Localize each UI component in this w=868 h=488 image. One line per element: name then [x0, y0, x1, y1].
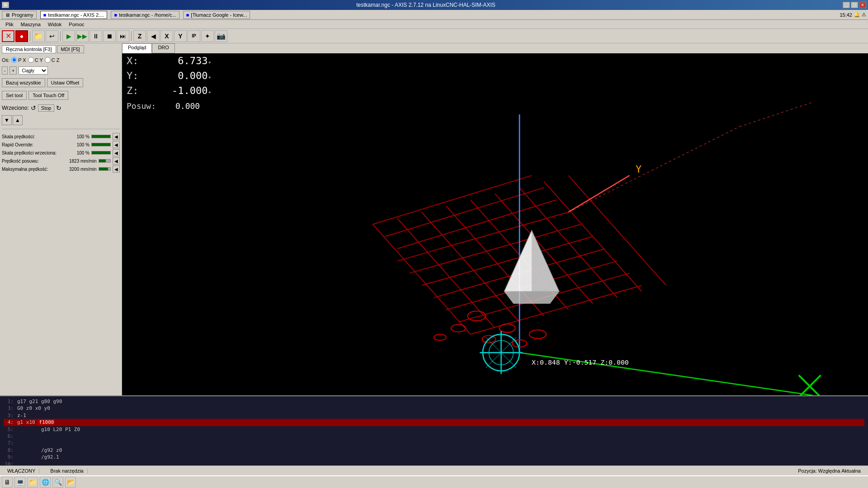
menu-widok[interactable]: Widok: [44, 21, 66, 28]
y-label-3d: Y: [636, 164, 642, 175]
viewport: Podgląd DRO X: 6.733✦ Y: 0.000✦ Z: -1.00…: [122, 43, 868, 395]
speed-row-1: Rapid Override: 100 % ◀: [2, 141, 120, 148]
dro-z-symbol: ✦: [208, 88, 212, 95]
taskbar-programy[interactable]: 🖥 Programy: [2, 11, 37, 19]
notification-icons: 🔔 ⚠: [854, 12, 866, 18]
open-file-btn[interactable]: 📁: [32, 30, 45, 42]
speed-bar-bg-4: [99, 167, 111, 171]
viewport-tabs: Podgląd DRO: [122, 43, 868, 53]
code-panel[interactable]: 1: g17 g21 g80 g90 3: G0 z0 x0 y0 3: z-1…: [0, 395, 868, 465]
power-btn[interactable]: ●: [15, 30, 28, 42]
axis-y-radio[interactable]: [28, 57, 34, 63]
speed-label-0: Skala prędkości:: [2, 134, 67, 139]
speed-btn-2[interactable]: ◀: [113, 149, 120, 156]
code-line-9: 10:: [4, 461, 864, 465]
dro-x-row: X: 6.733✦: [127, 53, 212, 68]
star-btn[interactable]: ✦: [201, 30, 214, 42]
axis-x-label: P X: [11, 57, 26, 63]
axis-z-radio[interactable]: [45, 57, 51, 63]
x-zero-btn[interactable]: X: [160, 30, 173, 42]
taskbar-icon-browser[interactable]: 🌐: [40, 477, 51, 488]
taskbar-translate[interactable]: ■ [Tłumacz Google - Icew...: [183, 11, 250, 19]
back-origin-btn[interactable]: ◀: [147, 30, 160, 42]
ustaw-offset-btn[interactable]: Ustaw Offset: [47, 78, 84, 87]
sep1: [30, 31, 30, 41]
coord-plus-btn[interactable]: +: [9, 66, 17, 75]
camera-btn[interactable]: 📷: [215, 30, 227, 42]
y-zero-btn[interactable]: Y: [174, 30, 187, 42]
menu-maszyna[interactable]: Maszyna: [17, 21, 44, 28]
dro-z-label: Z:: [127, 83, 154, 98]
step-btn[interactable]: ⏭: [117, 30, 129, 42]
menu-plik[interactable]: Plik: [2, 21, 17, 28]
spindle-stop-btn[interactable]: Stop: [38, 104, 55, 112]
spindle-down-btn[interactable]: ▼: [2, 115, 12, 125]
tool-touch-off-btn[interactable]: Tool Touch Off: [28, 91, 68, 100]
maximize-btn[interactable]: □: [851, 2, 858, 8]
bottom-taskbar: 🖥 💻 📁 🌐 🔍 📂: [0, 475, 868, 488]
taskbar-home[interactable]: ■ testkamar.ngc - /home/c...: [111, 11, 179, 19]
dro-x-value: 6.733✦: [157, 53, 212, 68]
taskbar-icon-folder[interactable]: 📁: [27, 477, 38, 488]
action-buttons: Bazuj wszystkie Ustaw Offset: [2, 78, 120, 87]
axis-x-radio[interactable]: [11, 57, 17, 63]
taskbar-icon-manager[interactable]: 📂: [65, 477, 76, 488]
dro-y-symbol: ✦: [208, 73, 212, 80]
dro-y-row: Y: 0.000✦: [127, 68, 212, 83]
coord-minus-btn[interactable]: -: [2, 66, 8, 75]
speed-btn-3[interactable]: ◀: [113, 157, 120, 164]
tab-manual-control[interactable]: Ręczna kontrola [F3]: [2, 45, 56, 53]
speed-btn-0[interactable]: ◀: [113, 133, 120, 140]
speed-value-4: 3200 mm/min: [69, 167, 97, 172]
taskbar-axis[interactable]: ■ testkamar.ngc - AXIS 2....: [40, 11, 108, 19]
tab-mdi[interactable]: MDI [F5]: [57, 45, 84, 53]
spindle-right-icon[interactable]: ↻: [56, 104, 61, 112]
spindle-up-btn[interactable]: ▲: [13, 115, 23, 125]
code-line-8: 9: /g92.1: [4, 454, 864, 460]
run-btn[interactable]: ▶: [62, 30, 75, 42]
title-bar: ⚙ testkamar.ngc - AXIS 2.7.12 na LinuxCN…: [0, 0, 868, 10]
vp-tab-dro[interactable]: DRO: [152, 43, 175, 53]
taskbar-icon-terminal[interactable]: 🖥: [2, 477, 13, 488]
taskbar-icon-search[interactable]: 🔍: [52, 477, 63, 488]
coord-mode-select[interactable]: Ciągły Krokowy: [19, 66, 48, 75]
speed-bar-bg-3: [99, 159, 111, 163]
dro-z-row: Z: -1.000✦: [127, 83, 212, 98]
speed-bar-bg-0: [91, 135, 111, 138]
cnc-viewport-svg[interactable]: Y X:0.848 Y:-0.517 Z:0.000: [122, 53, 868, 395]
taskbar-icon-files[interactable]: 💻: [14, 477, 25, 488]
taskbar-top: 🖥 Programy ■ testkamar.ngc - AXIS 2.... …: [0, 10, 868, 20]
dro-feed-row: Posuw: 0.000: [127, 100, 212, 112]
menu-pomoc[interactable]: Pomoc: [65, 21, 88, 28]
run-from-line-btn[interactable]: ▶▶: [76, 30, 89, 42]
machine-state: WŁĄCZONY: [4, 468, 39, 474]
speed-value-0: 100 %: [69, 134, 90, 139]
speed-row-0: Skala prędkości: 100 % ◀: [2, 133, 120, 140]
minimize-btn[interactable]: _: [843, 2, 850, 8]
bazuj-wszystkie-btn[interactable]: Bazuj wszystkie: [2, 78, 45, 87]
set-tool-btn[interactable]: Set tool: [2, 91, 27, 100]
close-btn[interactable]: ✕: [859, 2, 866, 8]
speed-label-4: Maksymalna prędkość:: [2, 167, 67, 172]
vp-tab-preview[interactable]: Podgląd: [122, 43, 152, 53]
speed-row-4: Maksymalna prędkość: 3200 mm/min ◀: [2, 165, 120, 173]
z-touch-btn[interactable]: Z: [133, 30, 146, 42]
speed-btn-4[interactable]: ◀: [113, 165, 120, 173]
estop-btn[interactable]: ✕: [2, 30, 14, 42]
code-line-0: 1: g17 g21 g80 g90: [4, 398, 864, 405]
axis-y-label: C Y: [28, 57, 43, 63]
reload-btn[interactable]: ↩: [46, 30, 58, 42]
speed-bar-fill-2: [92, 151, 110, 154]
spindle-label: Wrzeciono:: [2, 105, 29, 111]
stop-program-btn[interactable]: ⏹: [103, 30, 116, 42]
menu-bar: Plik Maszyna Widok Pomoc: [0, 20, 868, 29]
dro-feed-value: 0.000: [175, 100, 200, 112]
code-line-2: 3: z-1: [4, 412, 864, 419]
axis-row: Oś: P X C Y C Z: [2, 57, 120, 63]
code-line-5: 6:: [4, 433, 864, 440]
pause-btn[interactable]: ⏸: [90, 30, 102, 42]
ip-btn[interactable]: IP: [188, 30, 200, 42]
speed-bar-bg-1: [91, 143, 111, 146]
speed-btn-1[interactable]: ◀: [113, 141, 120, 148]
spindle-left-icon[interactable]: ↺: [31, 104, 36, 112]
